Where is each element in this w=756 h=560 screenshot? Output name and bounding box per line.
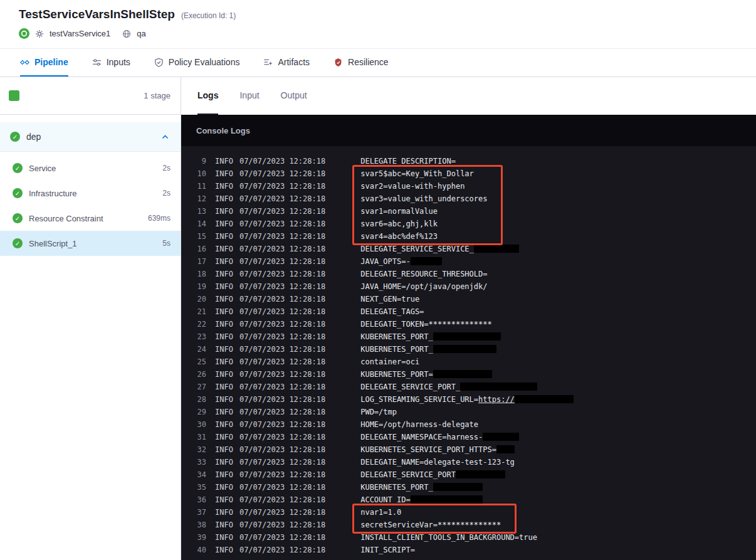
log-timestamp: 07/07/2023 12:28:18 [239, 194, 325, 203]
line-number: 15 [187, 232, 206, 241]
log-line: 33INFO07/07/2023 12:28:18DELEGATE_NAME=d… [187, 456, 756, 468]
log-line: 20INFO07/07/2023 12:28:18NEXT_GEN=true [187, 293, 756, 305]
log-text: JAVA_HOME=/opt/java/openjdk/ [360, 282, 487, 291]
tab-artifacts[interactable]: Artifacts [263, 49, 310, 77]
line-number: 27 [187, 383, 206, 391]
log-line: 19INFO07/07/2023 12:28:18JAVA_HOME=/opt/… [187, 280, 756, 293]
log-text: DELEGATE_SERVICE_SERVICE_ [360, 245, 474, 253]
log-line: 29INFO07/07/2023 12:28:18PWD=/tmp [187, 406, 756, 418]
log-level: INFO [215, 408, 233, 416]
line-number: 12 [187, 194, 206, 203]
line-number: 29 [187, 408, 206, 416]
log-text: INSTALL_CLIENT_TOOLS_IN_BACKGROUND=true [360, 533, 537, 542]
line-number: 40 [187, 546, 206, 554]
log-line: 17INFO07/07/2023 12:28:18JAVA_OPTS=- [187, 255, 756, 268]
stage-count: 1 stage [144, 91, 171, 100]
step-row-shellscript-1[interactable]: ✓ShellScript_15s [0, 231, 181, 256]
log-text: svar6=abc,ghj,klk [360, 219, 438, 228]
tab-policy-evaluations[interactable]: Policy Evaluations [154, 49, 240, 77]
log-text: svar1=normalValue [360, 207, 438, 216]
line-number: 36 [187, 495, 206, 504]
check-circle-icon: ✓ [13, 163, 23, 173]
log-line: 9INFO07/07/2023 12:28:18DELEGATE_DESCRIP… [187, 155, 756, 167]
console-header: Console Logs [181, 115, 756, 146]
redacted-text [411, 495, 483, 504]
log-level: INFO [215, 307, 233, 316]
log-message: LOG_STREAMING_SERVICE_URL=https:// [360, 395, 574, 404]
tab-pipeline[interactable]: Pipeline [20, 49, 68, 77]
log-tab-logs[interactable]: Logs [197, 77, 218, 115]
main-panel: LogsInputOutput Console Logs 9INFO07/07/… [181, 77, 756, 560]
line-number: 13 [187, 207, 206, 216]
log-message: DELEGATE_SERVICE_SERVICE_ [360, 245, 519, 253]
log-message: DELEGATE_TOKEN=************** [360, 320, 492, 329]
stage-name: dep [26, 132, 41, 142]
log-line: 36INFO07/07/2023 12:28:18ACCOUNT_ID= [187, 494, 756, 506]
log-message: svar5$abc=Key_With_Dollar [360, 169, 474, 178]
line-number: 18 [187, 270, 206, 278]
redacted-text [433, 332, 501, 341]
log-line: 40INFO07/07/2023 12:28:18INIT_SCRIPT= [187, 544, 756, 556]
tab-inputs[interactable]: Inputs [92, 49, 130, 77]
log-text: DELEGATE_SERVICE_PORT_ [360, 383, 460, 391]
log-level: INFO [215, 420, 233, 429]
step-name: Infrastructure [29, 189, 77, 198]
service-status-icon [19, 28, 29, 39]
log-line: 12INFO07/07/2023 12:28:18svar3=value_wit… [187, 193, 756, 205]
line-number: 11 [187, 182, 206, 191]
log-message: KUBERNETES_PORT_ [360, 483, 483, 492]
console-title: Console Logs [196, 126, 250, 135]
inputs-icon [92, 58, 102, 67]
redacted-text [474, 245, 519, 253]
environment-icon [122, 29, 131, 38]
log-message: nvar1=1.0 [360, 508, 401, 517]
title-row: TestServiceVarsInShellStep (Execution Id… [19, 8, 756, 21]
sidebar: 1 stage ✓ dep ✓Service2s✓Infrastructure2… [0, 77, 181, 560]
step-name: ShellScript_1 [29, 239, 77, 248]
line-number: 23 [187, 332, 206, 341]
log-text: DELEGATE_NAME=delegate-test-123-tg [360, 458, 515, 467]
log-message: KUBERNETES_SERVICE_PORT_HTTPS= [360, 445, 515, 454]
log-level: INFO [215, 157, 233, 166]
log-timestamp: 07/07/2023 12:28:18 [239, 546, 325, 554]
line-number: 20 [187, 295, 206, 304]
service-name: testVarsService1 [50, 29, 110, 38]
log-message: svar4=abc%def%123 [360, 232, 438, 241]
log-timestamp: 07/07/2023 12:28:18 [239, 282, 325, 291]
log-timestamp: 07/07/2023 12:28:18 [239, 307, 325, 316]
log-timestamp: 07/07/2023 12:28:18 [239, 232, 325, 241]
step-name: Resource Constraint [29, 214, 103, 223]
chevron-up-icon[interactable] [161, 133, 169, 141]
redacted-text [456, 470, 506, 478]
log-text: svar2=value-with-hyphen [360, 182, 465, 191]
line-number: 19 [187, 282, 206, 291]
log-tab-output[interactable]: Output [281, 77, 307, 115]
stage-row-dep[interactable]: ✓ dep [0, 122, 181, 152]
console-body[interactable]: 9INFO07/07/2023 12:28:18DELEGATE_DESCRIP… [181, 146, 756, 560]
tab-label: Inputs [107, 57, 130, 67]
environment-name: qa [137, 29, 145, 38]
log-message: DELEGATE_NAMESPACE=harness- [360, 433, 519, 441]
header: TestServiceVarsInShellStep (Execution Id… [0, 0, 756, 49]
log-text: ACCOUNT_ID= [360, 495, 410, 504]
tab-resilience[interactable]: Resilience [333, 49, 389, 77]
log-level: INFO [215, 320, 233, 329]
log-link[interactable]: https:// [478, 395, 515, 404]
log-timestamp: 07/07/2023 12:28:18 [239, 295, 325, 304]
log-message: svar1=normalValue [360, 207, 438, 216]
log-message: NEXT_GEN=true [360, 295, 419, 304]
step-row-resource-constraint[interactable]: ✓Resource Constraint639ms [0, 206, 181, 231]
step-duration: 5s [162, 239, 171, 248]
log-timestamp: 07/07/2023 12:28:18 [239, 433, 325, 441]
log-level: INFO [215, 270, 233, 278]
line-number: 37 [187, 508, 206, 517]
redacted-text [433, 345, 496, 353]
log-message: svar6=abc,ghj,klk [360, 219, 438, 228]
stage-status-square [9, 90, 19, 101]
step-row-infrastructure[interactable]: ✓Infrastructure2s [0, 181, 181, 206]
tab-label: Policy Evaluations [169, 57, 240, 67]
step-row-service[interactable]: ✓Service2s [0, 156, 181, 181]
log-text: DELEGATE_TAGS= [360, 307, 424, 316]
log-tab-input[interactable]: Input [239, 77, 259, 115]
console: Console Logs 9INFO07/07/2023 12:28:18DEL… [181, 115, 756, 560]
